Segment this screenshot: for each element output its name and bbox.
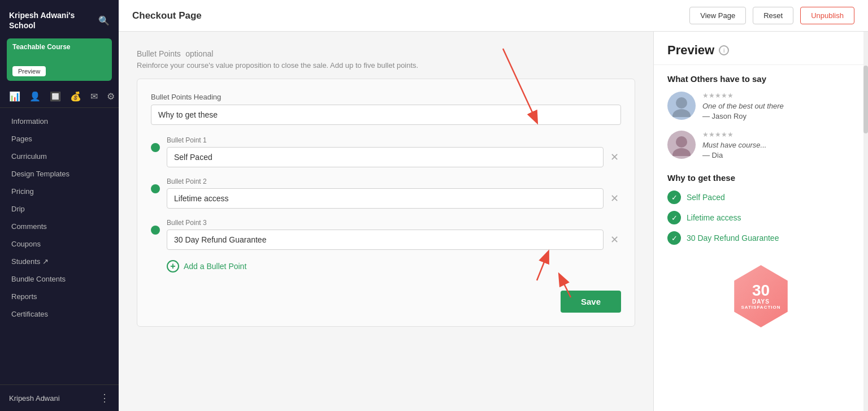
sidebar-item-reports[interactable]: Reports: [0, 288, 119, 305]
bullet-check-row-1: ✓ Self Paced: [667, 191, 854, 204]
preview-scrollbar[interactable]: [863, 32, 868, 411]
sidebar-item-pages[interactable]: Pages: [0, 130, 119, 148]
testimonial-text-2: ★★★★★ Must have course... — Dia: [702, 131, 854, 159]
bullet-input-row-1: ✕: [167, 147, 621, 167]
sidebar-item-comments[interactable]: Comments: [0, 218, 119, 235]
scrollbar-thumb: [863, 66, 868, 133]
add-bullet-plus-icon: +: [167, 260, 179, 272]
sidebar-item-design-templates[interactable]: Design Templates: [0, 165, 119, 183]
course-preview: Teachable Course Preview: [7, 38, 112, 81]
heading-label: Bullet Points Heading: [151, 93, 621, 101]
bullet-input-3[interactable]: [167, 230, 604, 250]
section-header: Bullet Points optional Reinforce your co…: [137, 49, 635, 70]
section-desc: Reinforce your course's value propositio…: [137, 61, 635, 70]
save-row: Save: [151, 291, 621, 313]
bullet-preview-text-3: 30 Day Refund Guarantee: [687, 233, 779, 243]
testimonial-item-2: ★★★★★ Must have course... — Dia: [667, 131, 854, 159]
edit-panel: Bullet Points optional Reinforce your co…: [119, 32, 653, 411]
add-bullet-label: Add a Bullet Point: [184, 262, 246, 271]
sidebar-item-drip[interactable]: Drip: [0, 200, 119, 218]
badge-number: 30: [752, 283, 770, 298]
check-circle-3: ✓: [667, 231, 681, 245]
bullet-remove-1[interactable]: ✕: [608, 151, 621, 163]
why-heading: Why to get these: [667, 173, 854, 183]
bullet-content-1: Bullet Point 1 ✕: [167, 136, 621, 167]
avatar-2: [667, 131, 696, 159]
bullet-label-3: Bullet Point 3: [167, 219, 621, 227]
bullet-check-row-2: ✓ Lifetime access: [667, 211, 854, 224]
section-title: Bullet Points optional: [137, 49, 635, 59]
section-optional-text: optional: [185, 49, 213, 58]
sidebar-item-certificates[interactable]: Certificates: [0, 305, 119, 323]
sidebar-footer: Kripesh Adwani ⋮: [0, 384, 119, 411]
money-icon[interactable]: 💰: [70, 91, 81, 102]
svg-point-1: [672, 109, 691, 117]
bullet-label-1: Bullet Point 1: [167, 136, 621, 144]
users-icon[interactable]: 👤: [29, 91, 41, 102]
svg-point-0: [676, 97, 687, 109]
mail-icon[interactable]: ✉: [90, 91, 98, 102]
bullet-preview-text-2: Lifetime access: [687, 213, 741, 222]
dashboard-icon[interactable]: 📊: [9, 91, 20, 102]
sidebar-item-students[interactable]: Students ↗: [0, 253, 119, 270]
user-name: Kripesh Adwani: [9, 394, 60, 403]
sidebar-item-information[interactable]: Information: [0, 113, 119, 130]
bullet-input-row-2: ✕: [167, 188, 621, 209]
sidebar-item-curriculum[interactable]: Curriculum: [0, 148, 119, 165]
testimonial-rating-1: ★★★★★: [702, 92, 854, 99]
info-icon: i: [719, 45, 729, 55]
svg-point-2: [676, 136, 687, 148]
days-badge: 30 DAYS SATISFACTION: [730, 265, 792, 327]
preview-header: Preview i: [654, 32, 868, 65]
badge-area: 30 DAYS SATISFACTION: [667, 254, 854, 333]
bullet-remove-2[interactable]: ✕: [608, 192, 621, 205]
view-page-button[interactable]: View Page: [689, 7, 746, 24]
sidebar: Kripesh Adwani's School 🔍 Teachable Cour…: [0, 0, 119, 411]
bullet-point-row-2: Bullet Point 2 ✕: [151, 178, 621, 209]
page-title: Checkout Page: [132, 10, 202, 21]
sidebar-item-coupons[interactable]: Coupons: [0, 235, 119, 253]
search-icon[interactable]: 🔍: [98, 15, 110, 26]
sidebar-item-pricing[interactable]: Pricing: [0, 183, 119, 200]
bullet-remove-3[interactable]: ✕: [608, 233, 621, 246]
bullet-check-row-3: ✓ 30 Day Refund Guarantee: [667, 231, 854, 245]
preview-panel: Preview i What Others have to say: [653, 32, 868, 411]
testimonial-rating-2: ★★★★★: [702, 131, 854, 139]
school-name: Kripesh Adwani's School: [9, 10, 98, 31]
reset-button[interactable]: Reset: [753, 7, 793, 24]
heading-field-group: Bullet Points Heading: [151, 93, 621, 125]
bullet-content-2: Bullet Point 2 ✕: [167, 178, 621, 209]
svg-point-3: [672, 148, 691, 156]
bullet-dot-3: [151, 226, 160, 235]
testimonial-quote-2: Must have course...: [702, 141, 854, 149]
badge-sub: SATISFACTION: [741, 305, 780, 310]
sidebar-icons-row: 📊 👤 🔲 💰 ✉ ⚙ 📚 💵: [0, 88, 119, 108]
settings-icon[interactable]: ⚙: [107, 91, 115, 102]
bullet-input-2[interactable]: [167, 188, 604, 209]
bullet-input-row-3: ✕: [167, 230, 621, 250]
preview-title: Preview: [667, 43, 714, 58]
testimonial-author-2: — Dia: [702, 151, 854, 159]
unpublish-button[interactable]: Unpublish: [800, 7, 854, 24]
course-preview-button[interactable]: Preview: [12, 66, 46, 76]
sidebar-nav: Information Pages Curriculum Design Temp…: [0, 108, 119, 384]
sidebar-item-bundle-contents[interactable]: Bundle Contents: [0, 270, 119, 288]
panels: Bullet Points optional Reinforce your co…: [119, 32, 868, 411]
bullet-input-1[interactable]: [167, 147, 604, 167]
bullet-dot-2: [151, 184, 160, 193]
why-section: Why to get these ✓ Self Paced ✓ Lifetime…: [667, 173, 854, 245]
more-options-icon[interactable]: ⋮: [99, 392, 110, 404]
testimonial-item-1: ★★★★★ One of the best out there — Jason …: [667, 92, 854, 120]
course-label: Teachable Course: [12, 43, 70, 51]
topbar-actions: View Page Reset Unpublish: [689, 7, 854, 24]
testimonial-quote-1: One of the best out there: [702, 102, 854, 110]
preview-content: What Others have to say ★★★★★ One of the…: [654, 65, 868, 344]
save-button[interactable]: Save: [561, 291, 621, 313]
testimonials-heading: What Others have to say: [667, 74, 854, 84]
form-area: Bullet Points Heading Bullet Point 1 ✕: [137, 79, 635, 327]
add-bullet-row[interactable]: + Add a Bullet Point: [151, 260, 621, 272]
check-circle-2: ✓: [667, 211, 681, 224]
layout-icon[interactable]: 🔲: [50, 91, 61, 102]
badge-label: DAYS: [752, 298, 770, 305]
heading-input[interactable]: [151, 105, 621, 125]
